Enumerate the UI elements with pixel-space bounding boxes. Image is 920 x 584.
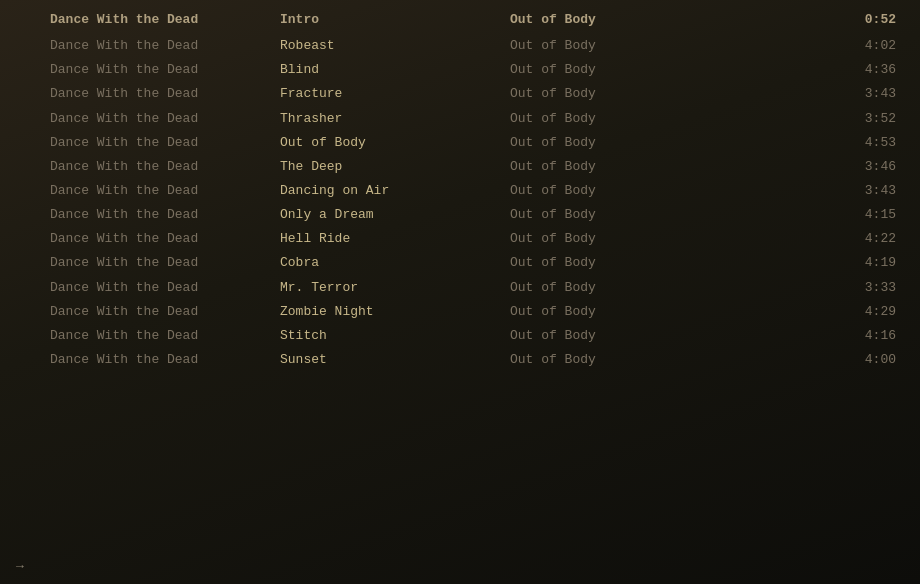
track-album: Out of Body (510, 302, 710, 322)
track-duration: 3:52 (710, 109, 904, 129)
track-title: Cobra (280, 253, 510, 273)
table-row[interactable]: Dance With the DeadThrasherOut of Body3:… (0, 107, 920, 131)
table-row[interactable]: Dance With the DeadRobeastOut of Body4:0… (0, 34, 920, 58)
track-album: Out of Body (510, 36, 710, 56)
track-artist: Dance With the Dead (50, 229, 280, 249)
table-row[interactable]: Dance With the DeadDancing on AirOut of … (0, 179, 920, 203)
track-title: Blind (280, 60, 510, 80)
track-duration: 4:15 (710, 205, 904, 225)
track-artist: Dance With the Dead (50, 253, 280, 273)
track-album: Out of Body (510, 229, 710, 249)
table-row[interactable]: Dance With the DeadStitchOut of Body4:16 (0, 324, 920, 348)
track-artist: Dance With the Dead (50, 302, 280, 322)
track-album: Out of Body (510, 133, 710, 153)
track-duration: 3:43 (710, 181, 904, 201)
table-row[interactable]: Dance With the DeadOut of BodyOut of Bod… (0, 131, 920, 155)
header-duration: 0:52 (710, 10, 904, 30)
track-title: Dancing on Air (280, 181, 510, 201)
track-artist: Dance With the Dead (50, 60, 280, 80)
track-title: Fracture (280, 84, 510, 104)
track-duration: 3:46 (710, 157, 904, 177)
track-album: Out of Body (510, 181, 710, 201)
header-title: Intro (280, 10, 510, 30)
track-title: The Deep (280, 157, 510, 177)
track-duration: 4:00 (710, 350, 904, 370)
track-title: Stitch (280, 326, 510, 346)
track-title: Thrasher (280, 109, 510, 129)
track-duration: 4:29 (710, 302, 904, 322)
table-row[interactable]: Dance With the DeadCobraOut of Body4:19 (0, 251, 920, 275)
track-title: Mr. Terror (280, 278, 510, 298)
track-duration: 4:02 (710, 36, 904, 56)
table-row[interactable]: Dance With the DeadFractureOut of Body3:… (0, 82, 920, 106)
table-row[interactable]: Dance With the DeadSunsetOut of Body4:00 (0, 348, 920, 372)
header-album: Out of Body (510, 10, 710, 30)
track-artist: Dance With the Dead (50, 133, 280, 153)
header-artist: Dance With the Dead (50, 10, 280, 30)
table-row[interactable]: Dance With the DeadZombie NightOut of Bo… (0, 300, 920, 324)
track-duration: 4:16 (710, 326, 904, 346)
track-duration: 4:53 (710, 133, 904, 153)
track-title: Out of Body (280, 133, 510, 153)
track-album: Out of Body (510, 278, 710, 298)
track-title: Robeast (280, 36, 510, 56)
track-album: Out of Body (510, 326, 710, 346)
tracks-container: Dance With the DeadRobeastOut of Body4:0… (0, 34, 920, 372)
track-title: Sunset (280, 350, 510, 370)
track-artist: Dance With the Dead (50, 326, 280, 346)
track-album: Out of Body (510, 205, 710, 225)
track-title: Hell Ride (280, 229, 510, 249)
track-artist: Dance With the Dead (50, 109, 280, 129)
arrow-indicator: → (16, 559, 24, 574)
track-title: Only a Dream (280, 205, 510, 225)
track-album: Out of Body (510, 350, 710, 370)
track-artist: Dance With the Dead (50, 350, 280, 370)
track-duration: 4:36 (710, 60, 904, 80)
track-album: Out of Body (510, 157, 710, 177)
track-artist: Dance With the Dead (50, 84, 280, 104)
track-album: Out of Body (510, 84, 710, 104)
table-header: Dance With the Dead Intro Out of Body 0:… (0, 8, 920, 32)
track-artist: Dance With the Dead (50, 205, 280, 225)
track-list: Dance With the Dead Intro Out of Body 0:… (0, 0, 920, 380)
table-row[interactable]: Dance With the DeadMr. TerrorOut of Body… (0, 276, 920, 300)
track-title: Zombie Night (280, 302, 510, 322)
track-album: Out of Body (510, 60, 710, 80)
track-album: Out of Body (510, 253, 710, 273)
table-row[interactable]: Dance With the DeadOnly a DreamOut of Bo… (0, 203, 920, 227)
track-duration: 4:19 (710, 253, 904, 273)
track-artist: Dance With the Dead (50, 36, 280, 56)
track-duration: 3:43 (710, 84, 904, 104)
table-row[interactable]: Dance With the DeadHell RideOut of Body4… (0, 227, 920, 251)
track-artist: Dance With the Dead (50, 157, 280, 177)
track-duration: 3:33 (710, 278, 904, 298)
track-album: Out of Body (510, 109, 710, 129)
table-row[interactable]: Dance With the DeadThe DeepOut of Body3:… (0, 155, 920, 179)
track-artist: Dance With the Dead (50, 278, 280, 298)
track-duration: 4:22 (710, 229, 904, 249)
track-artist: Dance With the Dead (50, 181, 280, 201)
table-row[interactable]: Dance With the DeadBlindOut of Body4:36 (0, 58, 920, 82)
